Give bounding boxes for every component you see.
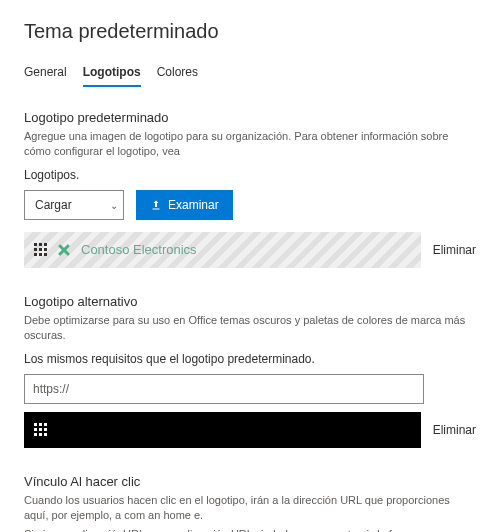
default-logo-title: Logotipo predeterminado — [24, 110, 476, 125]
section-alt-logo: Logotipo alternativo Debe optimizarse pa… — [24, 294, 476, 448]
link-desc: Cuando los usuarios hacen clic en el log… — [24, 493, 476, 524]
page-title: Tema predeterminado — [24, 20, 476, 43]
default-logo-sub: Logotipos. — [24, 168, 476, 182]
alt-logo-url-input[interactable] — [24, 374, 424, 404]
alt-logo-sub: Los mismos requisitos que el logotipo pr… — [24, 352, 476, 366]
waffle-icon — [34, 423, 47, 436]
remove-default-logo[interactable]: Eliminar — [433, 243, 476, 257]
tab-logotipos[interactable]: Logotipos — [83, 61, 141, 85]
link-sub: Si ninguna direcciónURL es una dirección… — [24, 527, 476, 532]
section-link: Vínculo Al hacer clic Cuando los usuario… — [24, 474, 476, 532]
alt-logo-preview — [24, 412, 421, 448]
alt-logo-title: Logotipo alternativo — [24, 294, 476, 309]
default-logo-name: Contoso Electronics — [81, 242, 197, 257]
contoso-x-icon — [57, 243, 71, 257]
alt-logo-desc: Debe optimizarse para su uso en Office t… — [24, 313, 476, 344]
browse-button[interactable]: Examinar — [136, 190, 233, 220]
waffle-icon — [34, 243, 47, 256]
upload-method-value: Cargar — [24, 190, 124, 220]
tab-general[interactable]: General — [24, 61, 67, 85]
remove-alt-logo[interactable]: Eliminar — [433, 423, 476, 437]
tab-colores[interactable]: Colores — [157, 61, 198, 85]
upload-arrow-icon — [150, 199, 162, 211]
upload-method-select[interactable]: Cargar ⌄ — [24, 190, 124, 220]
browse-label: Examinar — [168, 198, 219, 212]
default-logo-desc: Agregue una imagen de logotipo para su o… — [24, 129, 476, 160]
default-logo-preview: Contoso Electronics — [24, 232, 421, 268]
link-title: Vínculo Al hacer clic — [24, 474, 476, 489]
tabs: General Logotipos Colores — [24, 61, 476, 86]
section-default-logo: Logotipo predeterminado Agregue una imag… — [24, 110, 476, 268]
